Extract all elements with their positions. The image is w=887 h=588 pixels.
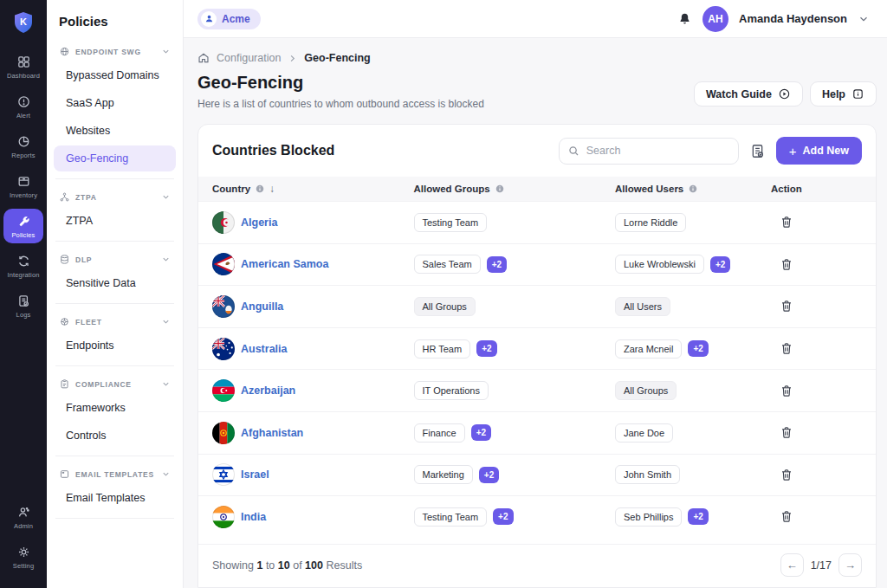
allowed-group-chip[interactable]: Marketing (414, 465, 473, 484)
allowed-group-chip[interactable]: HR Team (414, 339, 471, 359)
breadcrumb-configuration[interactable]: Configuration (217, 52, 281, 64)
search-wrap (559, 138, 739, 165)
chevron-down-icon (161, 379, 171, 389)
user-menu-chevron-icon[interactable] (858, 13, 870, 25)
allowed-group-chip[interactable]: Finance (414, 423, 465, 443)
sidebar-item-bypassed-domains[interactable]: Bypassed Domains (54, 62, 176, 88)
allowed-group-chip[interactable]: IT Operations (414, 381, 489, 400)
info-icon[interactable] (255, 184, 265, 194)
sidebar-item-geo-fencing[interactable]: Geo-Fencing (54, 145, 176, 171)
group-more-badge[interactable]: +2 (471, 424, 491, 441)
allowed-user-chip[interactable]: Seb Phillips (615, 507, 682, 527)
add-new-button[interactable]: + Add New (776, 137, 862, 165)
delete-row-button[interactable] (778, 297, 795, 315)
rail-item-inventory[interactable]: Inventory (3, 169, 43, 204)
allowed-user-chip[interactable]: Zara Mcneil (615, 339, 682, 359)
sidebar-item-websites[interactable]: Websites (54, 118, 176, 144)
rail-label: Dashboard (7, 72, 40, 80)
allowed-user-chip[interactable]: All Users (615, 297, 670, 316)
section-fleet[interactable]: FLEET (54, 313, 176, 331)
group-more-badge[interactable]: +2 (479, 467, 499, 483)
info-icon[interactable] (688, 184, 698, 194)
delete-row-button[interactable] (778, 255, 795, 274)
sidebar-item-endpoints[interactable]: Endpoints (54, 333, 176, 359)
admin-icon (16, 505, 31, 520)
country-link[interactable]: India (241, 511, 266, 523)
section-ztpa[interactable]: ZTPA (54, 188, 176, 206)
delete-row-button[interactable] (778, 339, 795, 358)
section-dlp[interactable]: DLP (54, 250, 176, 268)
section-email-templates[interactable]: EMAIL TEMPLATES (54, 465, 176, 483)
rail-item-alert[interactable]: Alert (3, 89, 43, 124)
section-endpoint-swg[interactable]: ENDPOINT SWG (54, 42, 176, 61)
country-link[interactable]: Israel (241, 468, 269, 481)
home-icon[interactable] (197, 52, 210, 64)
sidebar-item-sensitive-data[interactable]: Sensitive Data (54, 270, 176, 296)
clipboard-icon (59, 378, 70, 390)
delete-row-button[interactable] (778, 382, 795, 400)
delete-row-button[interactable] (778, 507, 795, 526)
chevron-down-icon (161, 255, 171, 264)
info-icon[interactable] (495, 184, 505, 194)
rail-item-integration[interactable]: Integration (3, 249, 43, 283)
sidebar-item-email-templates[interactable]: Email Templates (54, 485, 176, 511)
app-logo[interactable]: K (13, 11, 34, 34)
watch-guide-button[interactable]: Watch Guide (694, 81, 803, 107)
country-link[interactable]: Anguilla (241, 300, 283, 313)
alert-icon (16, 94, 31, 109)
rail-item-policies[interactable]: Policies (3, 209, 43, 243)
country-link[interactable]: Algeria (241, 216, 277, 229)
country-link[interactable]: Australia (241, 343, 288, 355)
country-link[interactable]: American Samoa (241, 258, 328, 270)
delete-row-button[interactable] (778, 423, 795, 442)
allowed-user-chip[interactable]: John Smith (615, 465, 680, 484)
allowed-user-chip[interactable]: Jane Doe (615, 423, 673, 443)
australia-flag-icon (212, 338, 235, 360)
section-label: COMPLIANCE (75, 380, 156, 389)
next-page-button[interactable]: → (838, 553, 862, 577)
allowed-group-chip[interactable]: Sales Team (414, 255, 481, 274)
allowed-user-chip[interactable]: All Groups (615, 381, 677, 400)
rail-item-reports[interactable]: Reports (3, 129, 43, 164)
sidebar-item-frameworks[interactable]: Frameworks (54, 395, 176, 421)
notifications-bell-icon[interactable] (677, 11, 692, 27)
allowed-group-chip[interactable]: Testing Team (414, 213, 488, 232)
user-more-badge[interactable]: +2 (688, 508, 708, 525)
allowed-user-chip[interactable]: Lorne Riddle (615, 213, 686, 232)
allowed-group-chip[interactable]: All Groups (414, 297, 476, 316)
logs-icon (16, 294, 31, 308)
user-more-badge[interactable]: +2 (688, 340, 708, 357)
sidebar-title: Policies (54, 14, 176, 29)
audit-log-button[interactable] (749, 143, 766, 159)
column-allowed-groups: Allowed Groups (414, 184, 490, 194)
sort-desc-icon[interactable]: ↓ (269, 183, 275, 195)
user-more-badge[interactable]: +2 (710, 256, 730, 273)
rail-item-setting[interactable]: Setting (3, 540, 43, 574)
country-link[interactable]: Azerbaijan (241, 384, 295, 397)
sidebar-item-controls[interactable]: Controls (54, 423, 176, 449)
allowed-group-chip[interactable]: Testing Team (414, 507, 488, 527)
delete-row-button[interactable] (778, 213, 795, 231)
org-switcher[interactable]: Acme (197, 9, 261, 29)
group-more-badge[interactable]: +2 (487, 256, 507, 273)
user-name[interactable]: Amanda Haydenson (739, 12, 847, 25)
group-more-badge[interactable]: +2 (493, 508, 513, 525)
table-footer: Showing 1 to 10 of 100 Results ← 1/17 → (198, 544, 876, 587)
rail-item-admin[interactable]: Admin (3, 500, 43, 534)
section-compliance[interactable]: COMPLIANCE (54, 375, 176, 393)
country-link[interactable]: Afghanistan (241, 427, 303, 439)
search-input[interactable] (559, 138, 739, 165)
help-button[interactable]: Help (810, 81, 877, 107)
prev-page-button[interactable]: ← (780, 553, 804, 577)
rail-item-dashboard[interactable]: Dashboard (3, 49, 43, 84)
delete-row-button[interactable] (778, 466, 795, 484)
allowed-user-chip[interactable]: Luke Wroblewski (615, 255, 704, 274)
rail-item-logs[interactable]: Logs (3, 288, 43, 323)
topbar-right: AH Amanda Haydenson (677, 6, 870, 32)
sidebar-item-ztpa[interactable]: ZTPA (54, 208, 176, 234)
sidebar-item-saas-app[interactable]: SaaS App (54, 90, 176, 116)
divider (55, 303, 174, 304)
user-avatar[interactable]: AH (702, 6, 728, 32)
plus-icon: + (789, 145, 797, 158)
group-more-badge[interactable]: +2 (476, 340, 496, 357)
